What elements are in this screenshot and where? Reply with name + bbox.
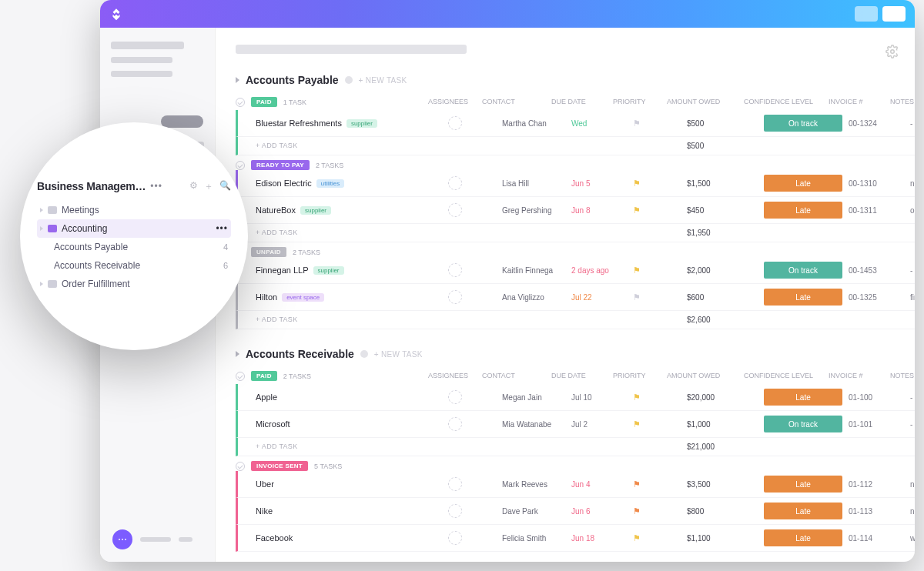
assignee-placeholder[interactable]: [448, 176, 462, 190]
priority-flag-icon[interactable]: ⚑: [633, 265, 687, 275]
assignee-placeholder[interactable]: [448, 290, 462, 304]
task-name[interactable]: Facebook: [256, 533, 293, 543]
status-toggle[interactable]: [236, 462, 245, 471]
more-icon[interactable]: •••: [216, 223, 228, 234]
chevron-icon[interactable]: [236, 77, 239, 83]
assignee-placeholder[interactable]: [448, 531, 462, 545]
priority-flag-icon[interactable]: ⚑: [633, 292, 687, 302]
task-row[interactable]: Edison Electric utilities Lisa Hill Jun …: [236, 170, 915, 197]
assignee-placeholder[interactable]: [448, 263, 462, 277]
assignee-placeholder[interactable]: [448, 203, 462, 217]
add-task-link[interactable]: + ADD TASK: [256, 142, 448, 150]
top-chip[interactable]: [855, 6, 878, 22]
add-task-link[interactable]: + ADD TASK: [256, 316, 448, 324]
status-toggle[interactable]: [236, 161, 245, 170]
assignee-placeholder[interactable]: [448, 504, 462, 518]
due-date[interactable]: Wed: [571, 119, 633, 128]
sidebar-subitem[interactable]: Accounts Payable4: [37, 238, 231, 256]
due-date[interactable]: Jul 2: [571, 420, 633, 429]
chevron-icon[interactable]: [40, 208, 43, 212]
priority-flag-icon[interactable]: ⚑: [633, 205, 687, 215]
due-date[interactable]: Jun 18: [571, 534, 633, 543]
chevron-icon[interactable]: [236, 351, 239, 357]
assignee-placeholder[interactable]: [448, 417, 462, 431]
status-badge[interactable]: PAID: [251, 97, 277, 107]
gear-icon[interactable]: ⚙: [189, 180, 198, 193]
task-name[interactable]: Edison Electric: [256, 179, 312, 188]
top-chip[interactable]: [882, 6, 906, 22]
chat-launcher[interactable]: ⋯: [112, 529, 192, 549]
sidebar-item[interactable]: Order Fulfillment: [37, 275, 231, 293]
new-task-link[interactable]: + NEW TASK: [359, 76, 407, 85]
sidebar-item[interactable]: Accounting •••: [37, 219, 231, 238]
task-row[interactable]: Uber Mark Reeves Jun 4 ⚑ $3,500 Late 01-…: [236, 471, 915, 498]
status-badge[interactable]: INVOICE SENT: [251, 461, 308, 471]
due-date[interactable]: Jun 4: [571, 480, 633, 489]
status-toggle[interactable]: [236, 372, 245, 381]
sidebar-subitem[interactable]: Accounts Receivable6: [37, 256, 231, 275]
task-name[interactable]: Microsoft: [256, 419, 290, 429]
task-row[interactable]: Microsoft Mia Watanabe Jul 2 ⚑ $1,000 On…: [236, 411, 915, 438]
search-icon[interactable]: 🔍: [219, 180, 231, 193]
priority-flag-icon[interactable]: ⚑: [633, 506, 687, 516]
sidebar-item[interactable]: Meetings: [37, 201, 231, 219]
app-logo[interactable]: [109, 7, 123, 21]
task-name[interactable]: Finnegan LLP: [256, 265, 309, 275]
task-row[interactable]: Nike Dave Park Jun 6 ⚑ $800 Late 01-113 …: [236, 498, 915, 525]
task-tag[interactable]: supplier: [313, 266, 344, 275]
priority-flag-icon[interactable]: ⚑: [633, 179, 687, 189]
due-date[interactable]: Jun 5: [571, 179, 633, 188]
new-task-link[interactable]: + NEW TASK: [374, 350, 423, 359]
task-row[interactable]: Finnegan LLP supplier Kaitlin Finnega 2 …: [236, 257, 915, 284]
assignee-placeholder[interactable]: [448, 116, 462, 130]
task-name[interactable]: Uber: [256, 479, 274, 489]
due-date[interactable]: Jul 22: [571, 293, 633, 302]
assignee-placeholder[interactable]: [448, 477, 462, 491]
confidence-badge[interactable]: Late: [764, 503, 842, 519]
priority-flag-icon[interactable]: ⚑: [633, 533, 687, 543]
info-icon[interactable]: [360, 350, 368, 358]
priority-flag-icon[interactable]: ⚑: [633, 419, 687, 429]
task-tag[interactable]: supplier: [346, 119, 377, 128]
gear-icon[interactable]: [886, 45, 899, 62]
confidence-badge[interactable]: On track: [764, 115, 842, 132]
due-date[interactable]: Jun 6: [571, 507, 633, 516]
status-badge[interactable]: PAID: [251, 371, 277, 381]
task-row[interactable]: Hilton event space Ana Viglizzo Jul 22 ⚑…: [236, 284, 915, 311]
chevron-icon[interactable]: [40, 282, 43, 286]
confidence-badge[interactable]: Late: [764, 529, 842, 546]
status-badge[interactable]: READY TO PAY: [251, 160, 310, 170]
task-name[interactable]: Nike: [256, 506, 273, 516]
more-icon[interactable]: •••: [150, 181, 162, 192]
task-name[interactable]: Bluestar Refreshments: [256, 119, 342, 128]
due-date[interactable]: Jul 10: [571, 393, 633, 402]
confidence-badge[interactable]: Late: [764, 202, 842, 219]
confidence-badge[interactable]: Late: [764, 289, 842, 306]
task-row[interactable]: Facebook Felicia Smith Jun 18 ⚑ $1,100 L…: [236, 525, 915, 552]
task-name[interactable]: Apple: [256, 392, 277, 402]
task-row[interactable]: Apple Megan Jain Jul 10 ⚑ $20,000 Late 0…: [236, 384, 915, 411]
assignee-placeholder[interactable]: [448, 390, 462, 404]
add-task-link[interactable]: + ADD TASK: [256, 442, 448, 451]
confidence-badge[interactable]: On track: [764, 262, 842, 279]
status-badge[interactable]: UNPAID: [251, 247, 286, 257]
info-icon[interactable]: [345, 76, 353, 84]
due-date[interactable]: 2 days ago: [571, 266, 633, 275]
status-toggle[interactable]: [236, 98, 245, 107]
task-tag[interactable]: utilities: [316, 179, 344, 188]
task-name[interactable]: Hilton: [256, 292, 277, 302]
confidence-badge[interactable]: Late: [764, 476, 842, 493]
task-row[interactable]: NatureBox supplier Greg Pershing Jun 8 ⚑…: [236, 197, 915, 224]
confidence-badge[interactable]: On track: [764, 416, 842, 432]
task-row[interactable]: Bluestar Refreshments supplier Martha Ch…: [236, 110, 915, 137]
due-date[interactable]: Jun 8: [571, 206, 633, 215]
chat-icon[interactable]: ⋯: [112, 529, 132, 549]
chevron-icon[interactable]: [40, 226, 43, 231]
plus-icon[interactable]: ＋: [204, 180, 213, 193]
add-task-link[interactable]: + ADD TASK: [256, 229, 448, 237]
confidence-badge[interactable]: Late: [764, 175, 842, 192]
priority-flag-icon[interactable]: ⚑: [633, 119, 687, 129]
priority-flag-icon[interactable]: ⚑: [633, 479, 687, 489]
task-tag[interactable]: supplier: [300, 206, 331, 215]
priority-flag-icon[interactable]: ⚑: [633, 392, 687, 402]
